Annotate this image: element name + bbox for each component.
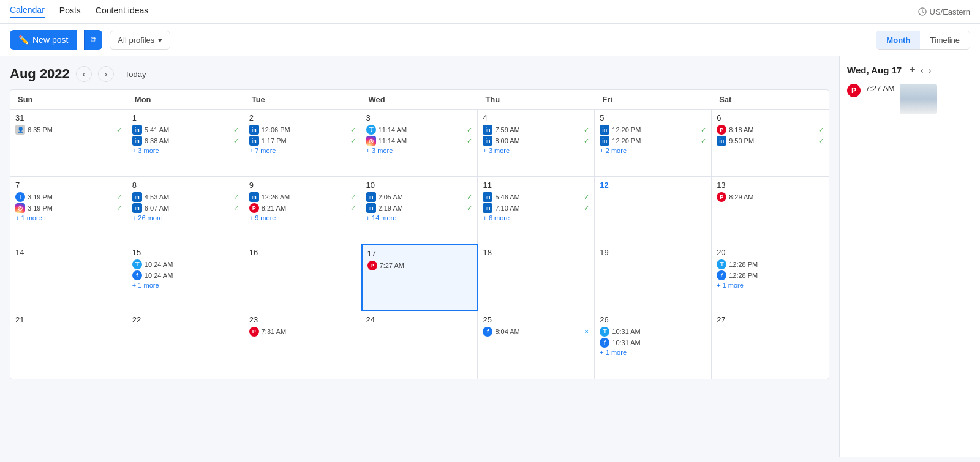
cal-cell-2[interactable]: 2 in12:06 PM✓ in1:17 PM✓ + 7 more: [244, 110, 361, 176]
sidebar-header: Wed, Aug 17 + ‹ ›: [847, 64, 973, 76]
cal-cell-24[interactable]: 24: [361, 311, 478, 379]
list-item[interactable]: in7:59 AM✓: [483, 125, 589, 135]
linkedin-icon: in: [366, 203, 376, 213]
cal-cell-11[interactable]: 11 in5:46 AM✓ in7:10 AM✓ + 6 more: [478, 177, 595, 244]
instagram-icon: ◎: [366, 136, 376, 146]
list-item[interactable]: in12:06 PM✓: [249, 125, 356, 135]
linkedin-icon: in: [483, 192, 492, 202]
copy-button[interactable]: ⧉: [84, 30, 102, 50]
more-events-link[interactable]: + 26 more: [132, 214, 239, 222]
list-item[interactable]: in12:20 PM✓: [600, 136, 706, 146]
list-item[interactable]: in2:19 AM✓: [366, 203, 473, 213]
list-item[interactable]: P8:18 AM✓: [717, 125, 824, 135]
cal-cell-22[interactable]: 22: [127, 311, 244, 379]
more-events-link[interactable]: + 6 more: [483, 214, 589, 222]
month-view-button[interactable]: Month: [876, 31, 920, 49]
cal-cell-16[interactable]: 16: [244, 244, 361, 311]
nav-content-ideas[interactable]: Content ideas: [96, 6, 148, 18]
cal-cell-1[interactable]: 1 in5:41 AM✓ in6:38 AM✓ + 3 more: [127, 110, 244, 176]
cal-cell-23[interactable]: 23 P7:31 AM: [244, 311, 361, 379]
list-item[interactable]: in5:46 AM✓: [483, 192, 589, 202]
list-item[interactable]: in1:17 PM✓: [249, 136, 356, 146]
cal-cell-18[interactable]: 18: [478, 244, 595, 311]
cal-cell-17-today[interactable]: 17 P7:27 AM: [361, 244, 478, 311]
more-events-link[interactable]: + 3 more: [366, 147, 473, 154]
list-item[interactable]: in8:00 AM✓: [483, 136, 589, 146]
more-events-link[interactable]: + 2 more: [600, 147, 706, 154]
cal-cell-20[interactable]: 20 𝕋12:28 PM f12:28 PM + 1 more: [712, 244, 829, 311]
more-events-link[interactable]: + 14 more: [366, 214, 473, 222]
twitter-icon: 𝕋: [366, 125, 376, 135]
cal-cell-9[interactable]: 9 in12:26 AM✓ P8:21 AM✓ + 9 more: [244, 177, 361, 244]
more-events-link[interactable]: + 3 more: [132, 147, 239, 154]
cal-week-2: 7 f3:19 PM✓ ◎3:19 PM✓ + 1 more 8 in4:53 …: [10, 177, 829, 244]
cal-cell-7[interactable]: 7 f3:19 PM✓ ◎3:19 PM✓ + 1 more: [10, 177, 127, 244]
nav-posts[interactable]: Posts: [59, 6, 81, 18]
more-events-link[interactable]: + 7 more: [249, 147, 356, 154]
instagram-icon: ◎: [15, 203, 25, 213]
list-item[interactable]: in6:07 AM✓: [132, 203, 239, 213]
more-events-link[interactable]: + 1 more: [15, 214, 122, 222]
list-item[interactable]: P8:21 AM✓: [249, 203, 356, 213]
list-item[interactable]: f8:04 AM✕: [483, 327, 589, 337]
more-events-link[interactable]: + 3 more: [483, 147, 589, 154]
more-events-link[interactable]: + 1 more: [717, 281, 824, 289]
list-item[interactable]: f3:19 PM✓: [15, 192, 122, 202]
more-events-link[interactable]: + 9 more: [249, 214, 356, 222]
prev-month-button[interactable]: ‹: [76, 66, 92, 82]
list-item[interactable]: f10:31 AM: [600, 338, 706, 348]
list-item[interactable]: 𝕋10:24 AM: [132, 259, 239, 269]
next-month-button[interactable]: ›: [98, 66, 114, 82]
sidebar-next-button[interactable]: ›: [928, 65, 931, 75]
cal-cell-5[interactable]: 5 in12:20 PM✓ in12:20 PM✓ + 2 more: [595, 110, 712, 176]
sidebar-prev-button[interactable]: ‹: [921, 65, 924, 75]
cal-cell-26[interactable]: 26 𝕋10:31 AM f10:31 AM + 1 more: [595, 311, 712, 379]
timeline-view-button[interactable]: Timeline: [920, 31, 970, 49]
today-button[interactable]: Today: [120, 67, 151, 81]
more-events-link[interactable]: + 1 more: [600, 349, 706, 356]
list-item[interactable]: ◎11:14 AM✓: [366, 136, 473, 146]
list-item[interactable]: in2:05 AM✓: [366, 192, 473, 202]
more-events-link[interactable]: + 1 more: [132, 281, 239, 289]
list-item[interactable]: P8:29 AM: [717, 192, 824, 202]
list-item[interactable]: 𝕋11:14 AM✓: [366, 125, 473, 135]
list-item[interactable]: in4:53 AM✓: [132, 192, 239, 202]
list-item[interactable]: in12:20 PM✓: [600, 125, 706, 135]
list-item[interactable]: in9:50 PM✓: [717, 136, 824, 146]
day-mon: Mon: [127, 90, 244, 109]
cal-cell-13[interactable]: 13 P8:29 AM: [712, 177, 829, 244]
cal-cell-14[interactable]: 14: [10, 244, 127, 311]
list-item[interactable]: P7:31 AM: [249, 327, 356, 337]
twitter-icon: 𝕋: [600, 327, 609, 337]
list-item[interactable]: 𝕋10:31 AM: [600, 327, 706, 337]
cal-cell-6[interactable]: 6 P8:18 AM✓ in9:50 PM✓: [712, 110, 829, 176]
cal-cell-15[interactable]: 15 𝕋10:24 AM f10:24 AM + 1 more: [127, 244, 244, 311]
cal-cell-25[interactable]: 25 f8:04 AM✕: [478, 311, 595, 379]
cal-cell-19[interactable]: 19: [595, 244, 712, 311]
new-post-button[interactable]: ✏️ New post: [10, 30, 77, 50]
list-item[interactable]: 👤6:35 PM✓: [15, 125, 122, 135]
list-item[interactable]: f10:24 AM: [132, 270, 239, 280]
cal-cell-27[interactable]: 27: [712, 311, 829, 379]
nav-calendar[interactable]: Calendar: [10, 5, 45, 18]
cal-cell-3[interactable]: 3 𝕋11:14 AM✓ ◎11:14 AM✓ + 3 more: [361, 110, 478, 176]
list-item[interactable]: f12:28 PM: [717, 270, 824, 280]
list-item[interactable]: P7:27 AM: [368, 261, 472, 270]
cal-cell-31[interactable]: 31 👤6:35 PM✓: [10, 110, 127, 176]
list-item[interactable]: 𝕋12:28 PM: [717, 259, 824, 269]
cal-cell-8[interactable]: 8 in4:53 AM✓ in6:07 AM✓ + 26 more: [127, 177, 244, 244]
list-item[interactable]: ◎3:19 PM✓: [15, 203, 122, 213]
cal-cell-4[interactable]: 4 in7:59 AM✓ in8:00 AM✓ + 3 more: [478, 110, 595, 176]
list-item[interactable]: in6:38 AM✓: [132, 136, 239, 146]
linkedin-icon: in: [483, 136, 492, 146]
list-item[interactable]: in12:26 AM✓: [249, 192, 356, 202]
cal-cell-10[interactable]: 10 in2:05 AM✓ in2:19 AM✓ + 14 more: [361, 177, 478, 244]
list-item[interactable]: in5:41 AM✓: [132, 125, 239, 135]
cal-cell-21[interactable]: 21: [10, 311, 127, 379]
sidebar-add-button[interactable]: +: [909, 64, 916, 76]
profiles-dropdown[interactable]: All profiles ▾: [110, 31, 170, 50]
cal-cell-12[interactable]: 12: [595, 177, 712, 244]
sidebar-event-item[interactable]: P 7:27 AM: [847, 84, 973, 114]
calendar-weeks: 31 👤6:35 PM✓ 1 in5:41 AM✓ in6:38 AM✓ + 3…: [10, 110, 829, 379]
list-item[interactable]: in7:10 AM✓: [483, 203, 589, 213]
